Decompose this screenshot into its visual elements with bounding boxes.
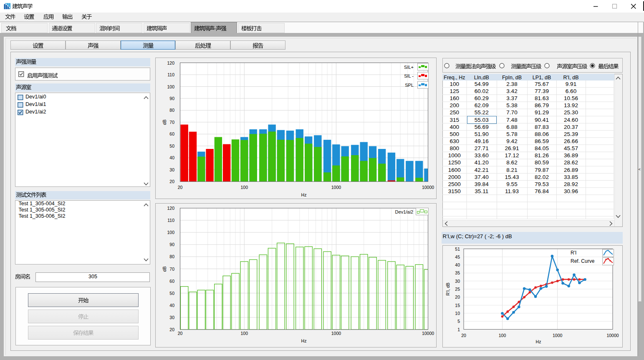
svg-text:25: 25 [455,287,460,292]
svg-text:100: 100 [241,185,248,190]
svg-text:20: 20 [169,179,174,184]
svg-text:Ref. Curve: Ref. Curve [571,258,595,264]
svg-text:5: 5 [457,319,460,324]
svg-text:R'I: R'I [571,250,576,256]
svg-text:1000: 1000 [331,331,341,336]
svg-text:20: 20 [169,327,174,332]
svg-text:1: 1 [457,327,460,332]
svg-text:45: 45 [455,254,460,259]
svg-text:120: 120 [167,206,174,211]
svg-text:70: 70 [169,267,174,272]
svg-text:Hz: Hz [536,339,541,344]
svg-text:15: 15 [455,303,460,308]
svg-text:60: 60 [169,131,174,136]
svg-text:40: 40 [169,303,174,308]
svg-text:80: 80 [169,254,174,259]
svg-text:1000: 1000 [553,333,563,338]
svg-text:40: 40 [455,262,460,267]
svg-text:Hz: Hz [301,338,307,343]
svg-text:50: 50 [169,143,174,149]
svg-text:110: 110 [167,218,174,223]
svg-text:120: 120 [167,60,174,65]
svg-text:10000: 10000 [606,333,619,338]
svg-text:Hz: Hz [301,192,307,197]
svg-text:20: 20 [461,333,466,338]
svg-text:40: 40 [169,155,174,160]
svg-text:10000: 10000 [422,185,434,190]
svg-text:30: 30 [169,167,174,172]
svg-text:70: 70 [169,120,174,125]
svg-text:30: 30 [455,279,460,284]
svg-text:51: 51 [455,247,460,252]
svg-text:R'I, dB: R'I, dB [445,282,450,295]
svg-text:50: 50 [169,291,174,296]
svg-text:80: 80 [169,108,174,113]
svg-text:20: 20 [455,295,460,300]
svg-text:60: 60 [169,279,174,284]
svg-text:100: 100 [167,84,174,89]
svg-text:Dev1/ai2: Dev1/ai2 [395,209,413,214]
svg-text:20: 20 [178,185,183,190]
svg-text:100: 100 [167,230,174,235]
svg-text:100: 100 [241,331,248,336]
svg-text:10000: 10000 [422,331,434,336]
svg-text:30: 30 [169,315,174,320]
svg-text:110: 110 [167,72,174,77]
svg-text:SIL+: SIL+ [404,65,414,70]
svg-text:10: 10 [455,311,460,316]
svg-text:90: 90 [169,96,174,101]
svg-text:dB: dB [162,120,167,125]
svg-text:SIL -: SIL - [404,73,414,78]
svg-text:100: 100 [499,333,506,338]
svg-text:dB: dB [162,267,167,272]
svg-text:SPL: SPL [405,83,414,88]
svg-text:90: 90 [169,242,174,247]
svg-text:20: 20 [178,331,183,336]
svg-text:35: 35 [455,270,460,275]
svg-text:1000: 1000 [331,185,341,190]
